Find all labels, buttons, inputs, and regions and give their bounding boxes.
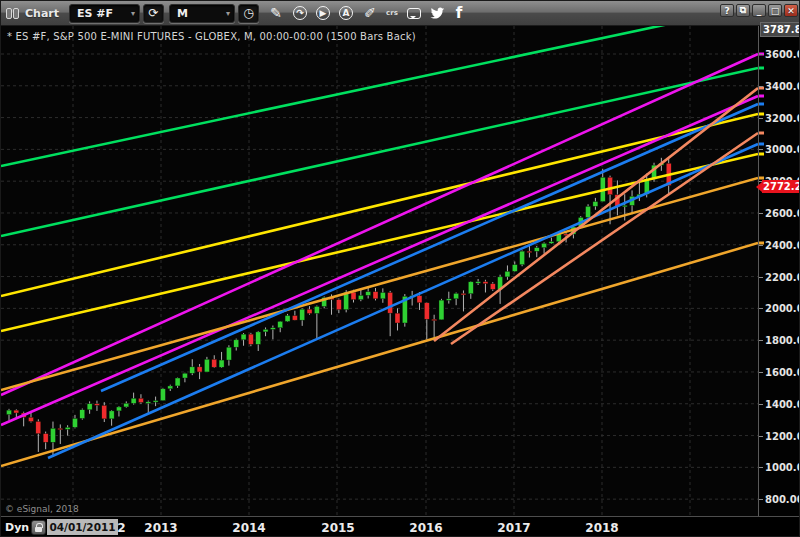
minimize-button[interactable]: _	[752, 4, 766, 17]
symbol-value: ES #F	[77, 7, 113, 20]
x-axis-year-label: 2013	[144, 521, 177, 535]
chart-area[interactable]: * ES #F, S&P 500 E-MINI FUTURES - GLOBEX…	[1, 26, 800, 516]
start-date-field[interactable]: 04/01/2011	[47, 519, 118, 535]
restore-window-button[interactable]: ⧉	[736, 4, 750, 17]
dynamic-scale-label[interactable]: Dyn	[5, 521, 29, 534]
interval-dropdown[interactable]: M ▾	[169, 4, 235, 23]
axis-tick	[759, 277, 763, 278]
trendline-axis-tick	[759, 87, 764, 90]
x-axis-year-label: 2016	[409, 521, 442, 535]
trendline-axis-tick	[759, 153, 764, 156]
price-axis-label: 3600.00	[765, 49, 800, 60]
help-button[interactable]: ?	[720, 4, 734, 17]
window-controls: ?⧉_□✕	[720, 4, 798, 17]
axis-tick	[759, 245, 763, 246]
axis-tick	[759, 118, 763, 119]
price-axis-label: 2400.00	[765, 239, 800, 250]
symbol-refresh-button[interactable]: ⟳	[143, 4, 164, 23]
price-axis-label: 1800.00	[765, 335, 800, 346]
price-axis-label: 3000.00	[765, 144, 800, 155]
cursor-tool-label[interactable]: crs	[386, 9, 398, 17]
time-template-button[interactable]: ◷	[238, 4, 259, 23]
chart-panes-icon	[6, 8, 19, 19]
curved-arrow-icon[interactable]: ↷	[293, 6, 307, 20]
refresh-icon: ⟳	[149, 6, 159, 20]
pencil-icon[interactable]: ✎	[268, 5, 284, 21]
symbol-dropdown[interactable]: ES #F ▾	[69, 4, 140, 23]
play-icon[interactable]: ▶	[316, 6, 330, 20]
axis-tick	[759, 436, 763, 437]
drawing-tools: ✎↷▶A✐	[259, 5, 378, 21]
price-axis-label: 1000.00	[765, 462, 800, 473]
axis-tick	[759, 86, 763, 87]
twitter-icon[interactable]	[430, 5, 446, 21]
price-axis-label: 800.00	[765, 494, 800, 505]
trendline-axis-tick	[759, 143, 764, 146]
eraser-icon[interactable]: ✐	[362, 5, 378, 21]
chart-window: Chart ES #F ▾ ⟳ M ▾ ◷ ✎↷▶A✐ crs f ?⧉_□✕ …	[0, 0, 800, 537]
axis-tick	[759, 149, 763, 150]
chevron-down-icon: ▾	[131, 9, 135, 18]
chevron-down-icon: ▾	[226, 9, 230, 18]
candlestick-plot[interactable]	[1, 26, 758, 516]
interval-value: M	[177, 7, 188, 20]
price-axis-label: 3400.00	[765, 80, 800, 91]
trendline-axis-tick	[759, 95, 764, 98]
axis-tick	[759, 54, 763, 55]
price-axis-label: 2600.00	[765, 207, 800, 218]
axis-tick	[759, 372, 763, 373]
close-button[interactable]: ✕	[784, 4, 798, 17]
axis-tick	[759, 213, 763, 214]
axis-tick	[759, 308, 763, 309]
maximize-button[interactable]: □	[768, 4, 782, 17]
axis-tick	[759, 467, 763, 468]
chart-title: * ES #F, S&P 500 E-MINI FUTURES - GLOBEX…	[7, 31, 416, 42]
time-axis-bar[interactable]: Dyn 04/01/2011 2012201320142015201620172…	[1, 516, 800, 537]
price-axis-label: 1600.00	[765, 366, 800, 377]
trendline-axis-tick	[759, 113, 764, 116]
lock-icon	[35, 527, 42, 532]
trendline-axis-tick	[759, 132, 764, 135]
price-axis-label: 1400.00	[765, 398, 800, 409]
app-title: Chart	[25, 7, 59, 20]
price-axis-label: 3200.00	[765, 112, 800, 123]
trendline-axis-tick	[759, 103, 764, 106]
toolbar: Chart ES #F ▾ ⟳ M ▾ ◷ ✎↷▶A✐ crs f ?⧉_□✕	[1, 1, 800, 26]
x-axis-year-label: 2015	[321, 521, 354, 535]
price-axis-label: 1200.00	[765, 430, 800, 441]
trendline-axis-tick	[759, 67, 764, 70]
x-axis-year-label: 2018	[585, 521, 618, 535]
last-price-badge: 2772.25	[762, 180, 800, 193]
price-axis[interactable]: 800.001000.001200.001400.001600.001800.0…	[758, 26, 800, 516]
x-axis-year-label: 2014	[232, 521, 265, 535]
trendlines[interactable]	[1, 26, 758, 466]
axis-tick	[759, 340, 763, 341]
facebook-icon[interactable]: f	[456, 4, 463, 22]
gridlines	[1, 26, 758, 516]
x-axis-year-label: 2017	[497, 521, 530, 535]
copyright-watermark: © eSignal, 2018	[5, 504, 79, 514]
high-price-badge: 3787.84	[760, 22, 800, 37]
axis-tick	[759, 404, 763, 405]
clock-icon: ◷	[243, 6, 253, 20]
lock-button[interactable]	[31, 520, 46, 535]
annotate-a-icon[interactable]: A	[339, 6, 353, 20]
price-axis-label: 2000.00	[765, 303, 800, 314]
axis-tick	[759, 499, 763, 500]
chat-bubble-icon[interactable]	[407, 8, 421, 19]
price-axis-label: 2200.00	[765, 271, 800, 282]
